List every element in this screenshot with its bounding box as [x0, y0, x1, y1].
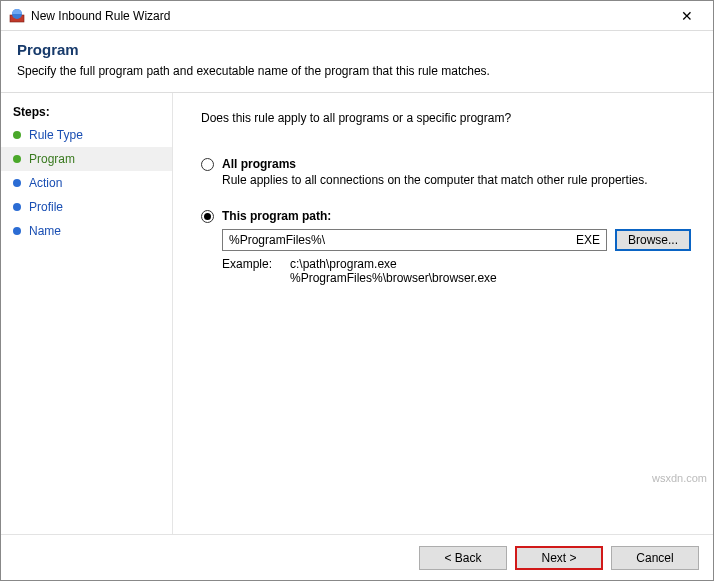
step-label: Profile [29, 200, 63, 214]
page-heading: Program [17, 41, 697, 58]
radio-icon[interactable] [201, 210, 214, 223]
example-label: Example: [222, 257, 290, 285]
option-label: All programs [222, 157, 296, 171]
step-name[interactable]: Name [1, 219, 172, 243]
wizard-window: New Inbound Rule Wizard ✕ Program Specif… [0, 0, 714, 581]
next-button[interactable]: Next > [515, 546, 603, 570]
option-this-program-path[interactable]: This program path: [201, 209, 691, 223]
step-profile[interactable]: Profile [1, 195, 172, 219]
firewall-icon [9, 8, 25, 24]
close-icon[interactable]: ✕ [667, 2, 707, 30]
radio-icon[interactable] [201, 158, 214, 171]
window-title: New Inbound Rule Wizard [31, 9, 667, 23]
example-row: Example: c:\path\program.exe %ProgramFil… [222, 257, 691, 285]
program-path-input[interactable]: %ProgramFiles%\ EXE [222, 229, 607, 251]
path-ext: EXE [576, 233, 600, 247]
option-label: This program path: [222, 209, 331, 223]
bullet-icon [13, 203, 21, 211]
watermark: wsxdn.com [652, 472, 707, 484]
step-label: Rule Type [29, 128, 83, 142]
step-label: Action [29, 176, 62, 190]
option-all-programs[interactable]: All programs [201, 157, 691, 171]
steps-title: Steps: [1, 101, 172, 123]
wizard-header: Program Specify the full program path an… [1, 31, 713, 93]
step-rule-type[interactable]: Rule Type [1, 123, 172, 147]
browse-button[interactable]: Browse... [615, 229, 691, 251]
bullet-icon [13, 179, 21, 187]
step-program[interactable]: Program [1, 147, 172, 171]
cancel-button[interactable]: Cancel [611, 546, 699, 570]
steps-sidebar: Steps: Rule Type Program Action Profile … [1, 93, 173, 534]
question-text: Does this rule apply to all programs or … [201, 111, 691, 125]
wizard-body: Steps: Rule Type Program Action Profile … [1, 93, 713, 534]
page-subtitle: Specify the full program path and execut… [17, 64, 697, 78]
bullet-icon [13, 155, 21, 163]
step-action[interactable]: Action [1, 171, 172, 195]
wizard-content: Does this rule apply to all programs or … [173, 93, 713, 534]
bullet-icon [13, 227, 21, 235]
step-label: Name [29, 224, 61, 238]
step-label: Program [29, 152, 75, 166]
back-button[interactable]: < Back [419, 546, 507, 570]
example-value: c:\path\program.exe %ProgramFiles%\brows… [290, 257, 497, 285]
bullet-icon [13, 131, 21, 139]
option-all-desc: Rule applies to all connections on the c… [222, 173, 691, 187]
program-path-row: %ProgramFiles%\ EXE Browse... [222, 229, 691, 251]
path-value: %ProgramFiles%\ [229, 233, 325, 247]
titlebar: New Inbound Rule Wizard ✕ [1, 1, 713, 31]
wizard-footer: < Back Next > Cancel [1, 534, 713, 580]
